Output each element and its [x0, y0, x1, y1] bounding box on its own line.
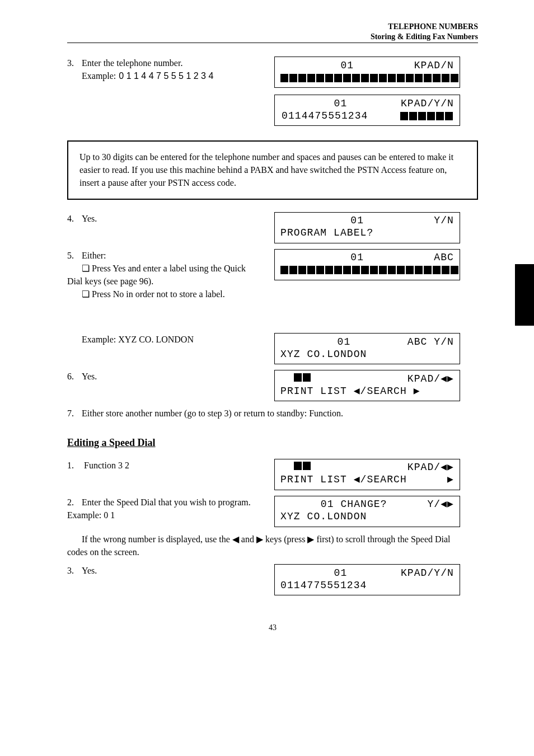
edit-step-1-text: 1. Function 3 2	[67, 459, 274, 472]
lcd-step3-filled: 01 KPAD/Y/N 0114475551234	[274, 95, 460, 126]
step-5-example: Example: XYZ CO. LONDON	[67, 333, 274, 346]
edit-step-2-text: 2.Enter the Speed Dial that you wish to …	[67, 496, 274, 522]
cursor-blocks	[294, 462, 312, 470]
cursor-blocks	[294, 373, 312, 382]
right-arrow-icon: ▶	[307, 534, 314, 544]
top-rule	[67, 43, 478, 43]
key-function: Function	[309, 408, 341, 418]
running-head-title: TELEPHONE NUMBERS	[67, 22, 478, 31]
lcd-edit1: KPAD/◀▶ PRINT LIST ◀/SEARCH▶	[274, 459, 460, 490]
editing-heading: Editing a Speed Dial	[67, 437, 478, 449]
cursor-blocks	[280, 74, 460, 82]
step-3-text: 3.Enter the telephone number. Example: 0…	[67, 57, 274, 82]
running-head-sub: Storing & Editing Fax Numbers	[67, 32, 478, 41]
cursor-blocks	[400, 112, 454, 120]
lcd-edit2: 01 CHANGE? Y/◀▶ XYZ CO.LONDON	[274, 496, 460, 527]
key-2: 2	[125, 461, 129, 470]
lcd-edit3: 01 KPAD/Y/N 0114775551234	[274, 564, 460, 595]
lcd-step5-abc: 01 ABC	[274, 249, 460, 280]
left-arrow-icon: ◀	[232, 534, 239, 544]
step-4-text: 4.Yes.	[67, 212, 274, 225]
key-0: 0	[104, 510, 108, 520]
step-6-text: 6.Yes.	[67, 370, 274, 383]
example-digits: 0 1 1 4 4 7 5 5 5 1 2 3 4	[118, 71, 214, 81]
lcd-step3-blank: 01 KPAD/N	[274, 57, 460, 88]
key-yes: Yes	[82, 566, 95, 575]
lcd-step4: 01 Y/N PROGRAM LABEL?	[274, 212, 460, 243]
key-yes: Yes	[113, 264, 125, 273]
right-arrow-icon: ▶	[256, 534, 263, 544]
step-5-text: 5.Either: ❏ Press Yes and enter a label …	[67, 249, 274, 301]
cursor-blocks	[280, 266, 460, 274]
key-function: Function	[84, 461, 116, 470]
info-box: Up to 30 digits can be entered for the t…	[67, 140, 478, 200]
page-number: 43	[67, 623, 478, 632]
lcd-step5-xyz: 01 ABC Y/N XYZ CO.LONDON	[274, 333, 460, 364]
key-yes: Yes	[82, 372, 95, 381]
key-no: No	[113, 289, 124, 299]
edit-step-3-text: 3.Yes.	[67, 564, 274, 577]
key-yes: Yes	[82, 214, 95, 223]
key-1: 1	[110, 510, 115, 520]
edit-step-2-note: If the wrong number is displayed, use th…	[67, 533, 478, 558]
right-arrow-icon: ▶	[447, 473, 454, 486]
lcd-step6: KPAD/◀▶ PRINT LIST ◀/SEARCH ▶	[274, 370, 460, 401]
section-tab	[515, 264, 534, 326]
step-7-text: 7.Either store another number (go to ste…	[67, 407, 478, 420]
key-3: 3	[118, 461, 123, 470]
